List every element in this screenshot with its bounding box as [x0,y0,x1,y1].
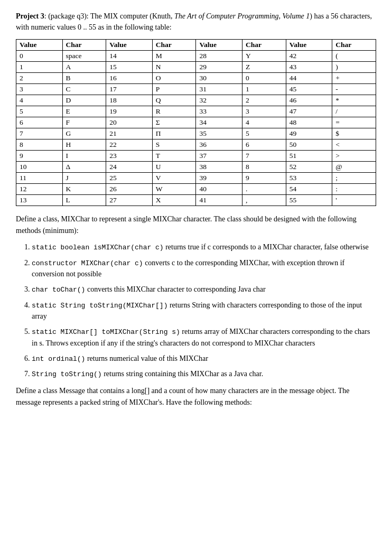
table-body: 0space14M28Y42(1A15N29Z43)2B16O30044+3C1… [16,51,376,206]
table-cell: B [62,73,106,84]
table-cell: = [332,117,376,128]
table-cell: + [332,73,376,84]
table-cell: 39 [196,173,242,184]
table-row: 0space14M28Y42( [16,51,376,62]
table-cell: 38 [196,162,242,173]
method-code: constructor MIXChar(char c) [32,259,143,267]
table-row: 2B16O30044+ [16,73,376,84]
bottom-text: Define a class Message that contains a l… [16,385,376,408]
method-code: int ordinal() [32,355,85,363]
table-cell: 32 [196,95,242,106]
table-cell: 8 [242,162,286,173]
table-cell: R [152,106,196,117]
table-cell: Q [152,95,196,106]
table-cell: 47 [286,106,332,117]
table-cell: N [152,62,196,73]
table-row: 11J25V39953; [16,173,376,184]
table-cell: 22 [106,139,153,151]
table-cell: 2 [242,95,286,106]
table-cell: 4 [16,95,63,106]
table-cell: O [152,73,196,84]
table-cell: 7 [16,128,63,139]
table-cell: Π [152,128,196,139]
table-cell: Δ [62,162,106,173]
table-cell: 41 [196,195,242,206]
table-header-cell: Char [242,40,286,51]
table-header-cell: Value [286,40,332,51]
table-cell: V [152,173,196,184]
table-cell: Σ [152,117,196,128]
table-row: 10Δ24U38852@ [16,162,376,173]
table-cell: 42 [286,51,332,62]
method-item: static boolean isMIXChar(char c) returns… [32,241,376,253]
intro-paragraph: Project 3: (package q3): The MIX compute… [16,11,376,33]
table-cell: T [152,151,196,162]
table-cell: C [62,84,106,95]
table-cell: 21 [106,128,153,139]
table-row: 3C17P31145- [16,84,376,95]
table-cell: , [242,195,286,206]
table-cell: W [152,184,196,195]
table-cell: Z [242,62,286,73]
table-cell: 28 [196,51,242,62]
table-cell: space [62,51,106,62]
table-row: 8H22S36650< [16,139,376,151]
table-cell: 2 [16,73,63,84]
table-cell: 33 [196,106,242,117]
table-cell: 5 [242,128,286,139]
table-cell: 24 [106,162,153,173]
table-row: 1A15N29Z43) [16,62,376,73]
table-cell: 6 [242,139,286,151]
method-item: char toChar() converts this MIXChar char… [32,284,376,295]
method-item: static MIXChar[] toMIXChar(String s) ret… [32,326,376,349]
table-cell: 35 [196,128,242,139]
table-cell: 40 [196,184,242,195]
table-cell: 31 [196,84,242,95]
method-item: int ordinal() returns numerical value of… [32,353,376,365]
table-cell: H [62,139,106,151]
table-cell: U [152,162,196,173]
table-header-cell: Char [152,40,196,51]
method-code: static MIXChar[] toMIXChar(String s) [32,328,180,336]
table-cell: 44 [286,73,332,84]
table-cell: 9 [16,151,63,162]
table-cell: 36 [196,139,242,151]
table-cell: 8 [16,139,63,151]
table-cell: > [332,151,376,162]
table-cell: ; [332,173,376,184]
table-row: 12K26W40.54: [16,184,376,195]
method-item: String toString() returns string contain… [32,368,376,380]
table-cell: 3 [242,106,286,117]
table-cell: * [332,95,376,106]
table-cell: 29 [196,62,242,73]
table-cell: < [332,139,376,151]
table-cell: $ [332,128,376,139]
table-cell: @ [332,162,376,173]
table-cell: 1 [242,84,286,95]
table-cell: 5 [16,106,63,117]
table-cell: 18 [106,95,153,106]
table-cell: 0 [242,73,286,84]
table-cell: 50 [286,139,332,151]
table-cell: 7 [242,151,286,162]
character-table: ValueCharValueCharValueCharValueChar 0sp… [16,39,376,206]
table-row: 5E19R33347/ [16,106,376,117]
book-title: The Art of Computer Programming, Volume … [174,12,310,20]
table-cell: X [152,195,196,206]
table-cell: 27 [106,195,153,206]
table-cell: 54 [286,184,332,195]
table-header-cell: Value [196,40,242,51]
method-code: static boolean isMIXChar(char c) [32,244,164,251]
method-code: static String toString(MIXChar[]) [32,302,167,310]
table-cell: ' [332,195,376,206]
table-cell: 43 [286,62,332,73]
table-cell: P [152,84,196,95]
table-header-cell: Value [106,40,153,51]
table-header-cell: Char [332,40,376,51]
table-cell: 16 [106,73,153,84]
table-cell: / [332,106,376,117]
table-cell: 3 [16,84,63,95]
table-cell: E [62,106,106,117]
table-header-cell: Char [62,40,106,51]
table-cell: L [62,195,106,206]
